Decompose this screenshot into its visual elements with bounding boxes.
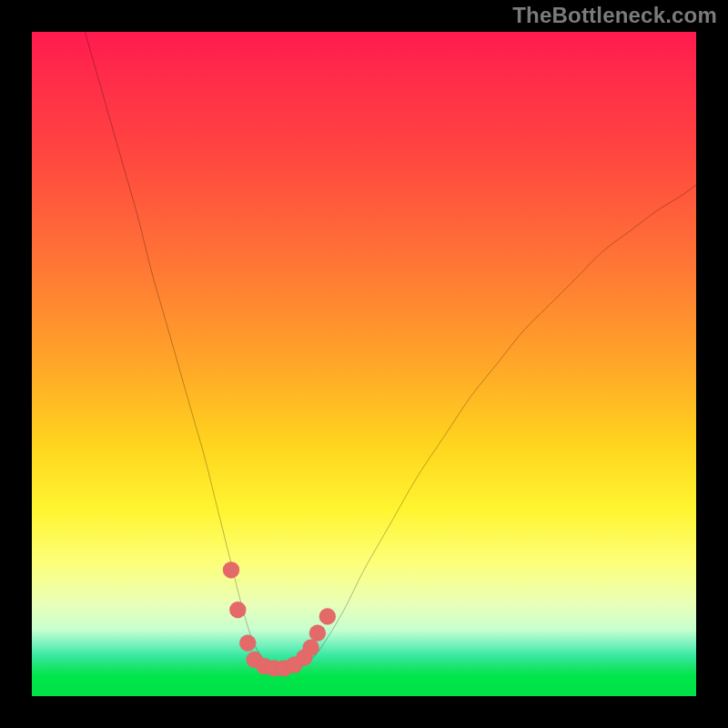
- curve-markers: [223, 561, 336, 676]
- curve-marker: [239, 634, 256, 651]
- plot-area: [32, 32, 696, 696]
- chart-frame: TheBottleneck.com: [0, 0, 728, 728]
- bottleneck-curve: [85, 32, 696, 670]
- watermark-text: TheBottleneck.com: [512, 3, 717, 28]
- curve-marker: [309, 625, 326, 642]
- curve-marker: [302, 640, 318, 656]
- curve-marker: [229, 602, 246, 618]
- curve-svg: [32, 32, 696, 696]
- curve-marker: [223, 561, 239, 578]
- curve-marker: [319, 608, 336, 624]
